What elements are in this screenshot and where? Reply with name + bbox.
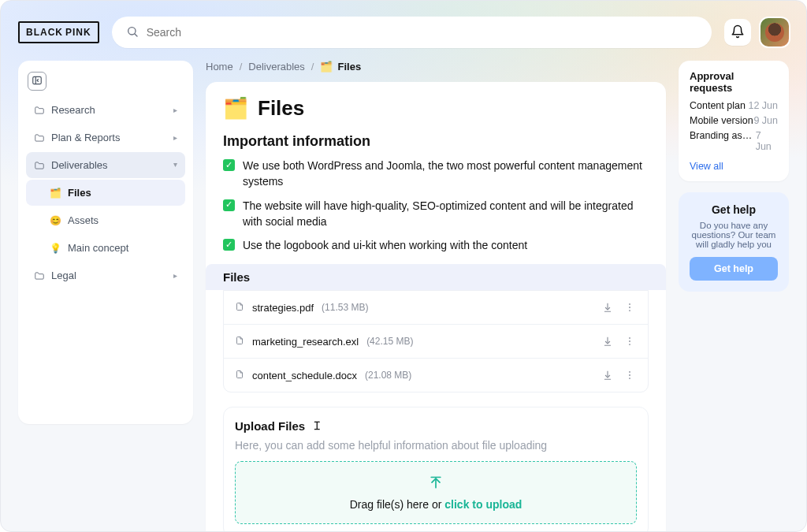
approval-label: Branding asse... bbox=[690, 130, 756, 152]
approval-date: 9 Jun bbox=[753, 115, 778, 126]
svg-point-13 bbox=[629, 371, 630, 373]
upload-dropzone[interactable]: Drag file(s) here or click to upload bbox=[235, 461, 637, 524]
breadcrumb-home[interactable]: Home bbox=[206, 61, 233, 73]
sidebar-sub-label: Assets bbox=[68, 214, 99, 226]
help-heading: Get help bbox=[690, 203, 778, 216]
approvals-view-all[interactable]: View all bbox=[690, 161, 723, 172]
download-button[interactable] bbox=[601, 368, 615, 382]
svg-line-1 bbox=[135, 34, 137, 36]
content-panel: 🗂️ Files Important information ✓ We use … bbox=[206, 82, 666, 532]
file-icon bbox=[235, 369, 244, 382]
file-row[interactable]: marketing_research.exl (42.15 MB) bbox=[224, 324, 648, 358]
right-column: Approval requests Content plan 12 Jun Mo… bbox=[679, 61, 789, 292]
svg-point-10 bbox=[629, 341, 630, 343]
brand-logo: BLACK PINK bbox=[18, 21, 99, 43]
breadcrumb-current-label: Files bbox=[337, 61, 361, 73]
caret-down-icon: ▾ bbox=[173, 160, 177, 169]
help-button[interactable]: Get help bbox=[690, 257, 778, 281]
files-subheading-text: Files bbox=[223, 270, 649, 284]
sidebar-item-plan-reports[interactable]: Plan & Reports ▸ bbox=[26, 125, 185, 151]
brand-part-1: BLACK bbox=[26, 27, 63, 38]
page-icon: 🗂️ bbox=[223, 96, 248, 121]
upload-heading: Upload Files bbox=[235, 419, 305, 433]
file-icon bbox=[235, 335, 244, 348]
caret-right-icon: ▸ bbox=[173, 271, 177, 280]
search-input[interactable] bbox=[147, 26, 697, 39]
breadcrumb-sep: / bbox=[240, 61, 243, 73]
sidebar-collapse-button[interactable] bbox=[28, 72, 46, 91]
approval-row[interactable]: Mobile version 9 Jun bbox=[690, 115, 778, 126]
search-bar[interactable] bbox=[112, 17, 712, 48]
svg-point-7 bbox=[629, 311, 630, 312]
breadcrumb-parent[interactable]: Deliverables bbox=[248, 61, 305, 73]
topbar: BLACK PINK bbox=[1, 1, 806, 48]
file-size: (11.53 MB) bbox=[322, 302, 368, 313]
important-heading: Important information bbox=[223, 133, 649, 150]
sidebar-nav: Research ▸ Plan & Reports ▸ Deliverables… bbox=[26, 97, 185, 416]
sidebar: Research ▸ Plan & Reports ▸ Deliverables… bbox=[18, 61, 193, 424]
topbar-tools bbox=[724, 18, 789, 47]
sidebar-item-label: Plan & Reports bbox=[51, 132, 120, 143]
main-column: Home / Deliverables / 🗂️ Files 🗂️ Files … bbox=[206, 61, 666, 532]
checklist: ✓ We use both WordPress and Joomla, the … bbox=[223, 158, 649, 253]
svg-point-14 bbox=[629, 375, 630, 377]
file-more-button[interactable] bbox=[623, 300, 637, 314]
sidebar-item-label: Legal bbox=[51, 270, 76, 281]
download-button[interactable] bbox=[601, 334, 615, 348]
checklist-text: Use the logobook and ui-kit when working… bbox=[243, 237, 527, 253]
caret-right-icon: ▸ bbox=[173, 133, 177, 142]
file-name: content_schedule.docx bbox=[252, 370, 357, 381]
sidebar-sub-main-concept[interactable]: 💡 Main concept bbox=[26, 235, 185, 261]
files-subheading: Files bbox=[206, 264, 666, 290]
dropzone-link[interactable]: click to upload bbox=[444, 498, 522, 511]
upload-heading-row: Upload Files 𝙸 bbox=[235, 419, 637, 433]
file-icon bbox=[235, 301, 244, 314]
page-title-row: 🗂️ Files bbox=[223, 96, 649, 121]
collapse-icon bbox=[32, 75, 43, 88]
approval-label: Mobile version bbox=[690, 115, 753, 126]
files-folder-icon: 🗂️ bbox=[50, 188, 61, 199]
concept-emoji-icon: 💡 bbox=[50, 243, 61, 254]
checklist-item: ✓ Use the logobook and ui-kit when worki… bbox=[223, 237, 649, 253]
approval-row[interactable]: Content plan 12 Jun bbox=[690, 100, 778, 111]
checklist-text: We use both WordPress and Joomla, the tw… bbox=[243, 158, 649, 190]
brand-part-2: PINK bbox=[65, 27, 91, 38]
text-cursor-icon: 𝙸 bbox=[313, 419, 322, 433]
sidebar-sub-files[interactable]: 🗂️ Files bbox=[26, 180, 185, 206]
sidebar-item-research[interactable]: Research ▸ bbox=[26, 97, 185, 123]
breadcrumb-current: 🗂️ Files bbox=[320, 61, 361, 73]
sidebar-item-deliverables[interactable]: Deliverables ▾ bbox=[26, 152, 185, 178]
file-row[interactable]: strategies.pdf (11.53 MB) bbox=[224, 291, 648, 324]
sidebar-item-label: Research bbox=[51, 104, 95, 116]
approval-date: 7 Jun bbox=[756, 130, 778, 152]
file-more-button[interactable] bbox=[623, 334, 637, 348]
sidebar-item-legal[interactable]: Legal ▸ bbox=[26, 262, 185, 288]
approvals-heading: Approval requests bbox=[690, 70, 778, 94]
caret-right-icon: ▸ bbox=[173, 106, 177, 114]
breadcrumb: Home / Deliverables / 🗂️ Files bbox=[206, 61, 666, 73]
app-frame: BLACK PINK bbox=[0, 0, 807, 532]
file-row[interactable]: content_schedule.docx (21.08 MB) bbox=[224, 358, 648, 392]
svg-point-6 bbox=[629, 307, 630, 309]
search-icon bbox=[126, 25, 147, 40]
file-more-button[interactable] bbox=[623, 368, 637, 382]
breadcrumb-sep: / bbox=[311, 61, 314, 73]
user-avatar[interactable] bbox=[761, 18, 789, 47]
sidebar-sub-assets[interactable]: 😊 Assets bbox=[26, 207, 185, 233]
check-icon: ✓ bbox=[223, 159, 235, 171]
check-icon: ✓ bbox=[223, 239, 235, 251]
upload-card: Upload Files 𝙸 Here, you can add some he… bbox=[223, 407, 649, 532]
svg-point-5 bbox=[629, 303, 630, 305]
dropzone-text: Drag file(s) here or click to upload bbox=[350, 498, 523, 511]
upload-icon bbox=[428, 475, 444, 493]
notifications-button[interactable] bbox=[724, 19, 751, 46]
download-button[interactable] bbox=[601, 300, 615, 314]
sidebar-spacer bbox=[26, 290, 185, 416]
file-name: strategies.pdf bbox=[252, 302, 314, 314]
svg-point-11 bbox=[629, 344, 630, 346]
dropzone-prefix: Drag file(s) here or bbox=[350, 498, 445, 511]
checklist-text: The website will have high-quality, SEO-… bbox=[243, 198, 649, 230]
layout: Research ▸ Plan & Reports ▸ Deliverables… bbox=[1, 48, 806, 532]
approval-row[interactable]: Branding asse... 7 Jun bbox=[690, 130, 778, 152]
checklist-item: ✓ We use both WordPress and Joomla, the … bbox=[223, 158, 649, 190]
